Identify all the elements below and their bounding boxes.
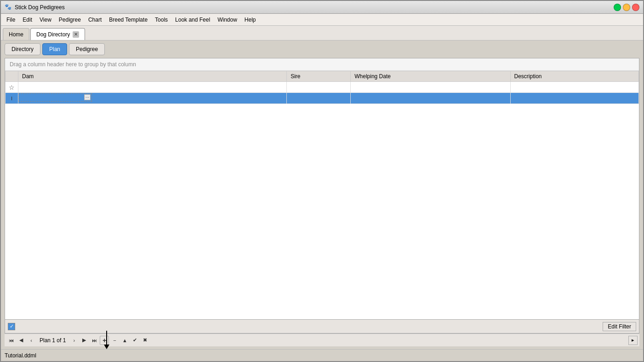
app-title: Stick Dog Pedigrees: [15, 4, 614, 11]
edit-row-cursor-icon: I: [11, 96, 12, 101]
table-row: I ···: [6, 93, 639, 104]
tab-dog-directory-label: Dog Directory: [36, 31, 70, 38]
drag-hint: Drag a column header here to group by th…: [5, 58, 639, 71]
menu-edit[interactable]: Edit: [19, 16, 36, 24]
title-bar: 🐾 Stick Dog Pedigrees: [1, 1, 643, 14]
maximize-button[interactable]: [614, 4, 621, 11]
sub-tab-pedigree[interactable]: Pedigree: [69, 43, 105, 55]
arrow-line: [106, 331, 107, 345]
grid-col-sire[interactable]: Sire: [287, 71, 351, 82]
app-icon: 🐾: [5, 4, 12, 11]
grid-panel: Drag a column header here to group by th…: [5, 58, 639, 333]
row-new-indicator: ☆: [6, 82, 18, 93]
arrow-head: [104, 345, 109, 349]
nav-prev-button[interactable]: ‹: [27, 336, 36, 345]
menu-file[interactable]: File: [3, 16, 19, 24]
tab-home[interactable]: Home: [3, 28, 29, 40]
grid-table-wrapper[interactable]: Dam Sire Whelping Date Description ☆: [5, 71, 639, 319]
row-new-whelping[interactable]: [351, 82, 510, 93]
row-edit-description[interactable]: [510, 93, 639, 104]
sub-tab-bar: Directory Plan Pedigree: [5, 43, 639, 55]
content-area: Directory Plan Pedigree Drag a column he…: [1, 40, 643, 349]
sub-tab-plan[interactable]: Plan: [42, 43, 67, 55]
close-button[interactable]: [632, 4, 639, 11]
grid-col-description[interactable]: Description: [510, 71, 639, 82]
row-edit-whelping[interactable]: [351, 93, 510, 104]
sub-tab-plan-label: Plan: [49, 46, 60, 52]
nav-next-page-button[interactable]: ▶: [80, 336, 89, 345]
nav-scroll-right-button[interactable]: ▸: [628, 336, 638, 345]
edit-filter-button[interactable]: Edit Filter: [603, 322, 636, 331]
menu-chart[interactable]: Chart: [85, 16, 105, 24]
dam-cell-editor[interactable]: ···: [18, 93, 92, 102]
nav-first-button[interactable]: ⏮: [6, 336, 16, 345]
row-new-description[interactable]: [510, 82, 639, 93]
grid-table: Dam Sire Whelping Date Description ☆: [5, 71, 639, 104]
grid-header-row: Dam Sire Whelping Date Description: [6, 71, 639, 82]
nav-cancel-button[interactable]: ✖: [140, 336, 149, 345]
sub-tab-directory[interactable]: Directory: [5, 43, 40, 55]
tab-dog-directory-close[interactable]: ✕: [73, 31, 79, 38]
sub-tab-pedigree-label: Pedigree: [76, 46, 98, 52]
menu-tools[interactable]: Tools: [151, 16, 171, 24]
status-bar: Tutorial.ddml: [1, 349, 643, 361]
show-all-checkbox[interactable]: [8, 323, 15, 330]
menu-pedigree[interactable]: Pedigree: [55, 16, 85, 24]
nav-delete-button[interactable]: −: [110, 336, 119, 345]
grid-col-indicator: [6, 71, 18, 82]
menu-window[interactable]: Window: [214, 16, 241, 24]
row-edit-indicator: I: [6, 93, 18, 104]
menu-bar: File Edit View Pedigree Chart Breed Temp…: [1, 14, 643, 26]
nav-page-label: Plan 1 of 1: [37, 337, 68, 344]
new-row-star-icon: ☆: [9, 84, 15, 91]
sub-tab-directory-label: Directory: [11, 46, 34, 52]
nav-next-button[interactable]: ›: [69, 336, 79, 345]
tab-dog-directory[interactable]: Dog Directory ✕: [30, 28, 85, 40]
navigator-bar: ⏮ ◀ ‹ Plan 1 of 1 › ▶ ⏭ + − ▲ ✔ ✖ ▸: [5, 333, 639, 346]
window-controls: [614, 4, 639, 11]
nav-confirm-button[interactable]: ✔: [130, 336, 139, 345]
nav-last-button[interactable]: ⏭: [90, 336, 99, 345]
table-row: ☆: [6, 82, 639, 93]
menu-look-and-feel[interactable]: Look and Feel: [171, 16, 214, 24]
nav-prev-page-button[interactable]: ◀: [17, 336, 26, 345]
row-new-dam[interactable]: [18, 82, 287, 93]
minimize-button[interactable]: [623, 4, 630, 11]
tab-bar: Home Dog Directory ✕: [1, 26, 643, 40]
status-file: Tutorial.ddml: [5, 352, 36, 359]
tab-home-label: Home: [9, 31, 23, 38]
row-edit-sire[interactable]: [287, 93, 351, 104]
row-new-sire[interactable]: [287, 82, 351, 93]
nav-up-button[interactable]: ▲: [120, 336, 129, 345]
menu-breed-template[interactable]: Breed Template: [105, 16, 151, 24]
grid-bottom-bar: Edit Filter: [5, 319, 639, 333]
menu-help[interactable]: Help: [241, 16, 260, 24]
dam-ellipsis-button[interactable]: ···: [84, 94, 91, 100]
grid-col-whelping[interactable]: Whelping Date: [351, 71, 510, 82]
row-edit-dam[interactable]: ···: [18, 93, 287, 104]
arrow-indicator: [104, 331, 109, 349]
grid-col-dam[interactable]: Dam: [18, 71, 287, 82]
menu-view[interactable]: View: [36, 16, 55, 24]
